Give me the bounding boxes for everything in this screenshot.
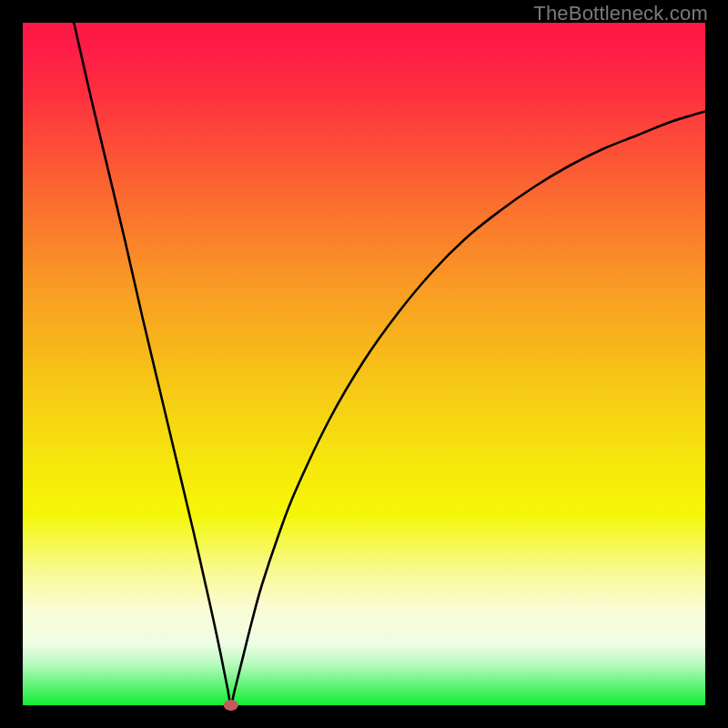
optimal-point-marker — [224, 700, 239, 711]
bottleneck-curve — [23, 23, 705, 705]
chart-plot-area — [23, 23, 705, 705]
watermark-text: TheBottleneck.com — [533, 2, 708, 25]
chart-frame: TheBottleneck.com — [0, 0, 728, 728]
